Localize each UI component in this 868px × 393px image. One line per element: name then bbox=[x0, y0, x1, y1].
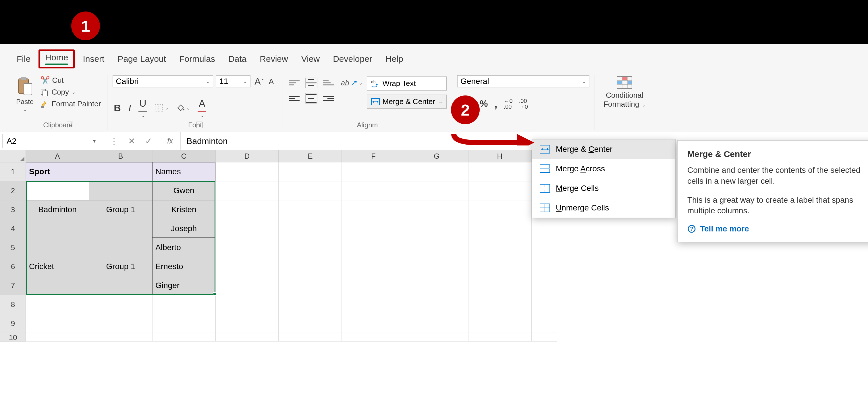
cell-G1[interactable] bbox=[405, 162, 468, 181]
borders-button[interactable]: ⌄ bbox=[153, 104, 170, 112]
enter-formula-button[interactable]: ✓ bbox=[145, 136, 152, 146]
align-top-button[interactable] bbox=[288, 78, 300, 88]
row-header-7[interactable]: 7 bbox=[0, 276, 26, 295]
col-header-A[interactable]: A bbox=[26, 150, 89, 162]
tab-page-layout[interactable]: Page Layout bbox=[112, 52, 171, 65]
italic-button[interactable]: I bbox=[127, 102, 132, 114]
cell-C5[interactable]: Alberto bbox=[152, 238, 215, 257]
cell-C4[interactable]: Joseph bbox=[152, 219, 215, 238]
row-header-4[interactable]: 4 bbox=[0, 219, 26, 238]
cell-B8[interactable] bbox=[89, 295, 152, 314]
cell-F4[interactable] bbox=[342, 219, 405, 238]
cell-H7[interactable] bbox=[468, 276, 531, 295]
cell-B10[interactable] bbox=[89, 333, 152, 341]
cell-E10[interactable] bbox=[279, 333, 342, 341]
cell-N10[interactable] bbox=[531, 333, 557, 341]
cell-E5[interactable] bbox=[279, 238, 342, 257]
cell-A8[interactable] bbox=[26, 295, 89, 314]
row-header-3[interactable]: 3 bbox=[0, 200, 26, 219]
cell-B6[interactable]: Group 1 bbox=[89, 257, 152, 276]
align-right-button[interactable] bbox=[322, 93, 335, 104]
row-header-5[interactable]: 5 bbox=[0, 238, 26, 257]
cell-D3[interactable] bbox=[215, 200, 279, 219]
copy-button[interactable]: Copy ⌄ bbox=[39, 87, 102, 97]
tab-file[interactable]: File bbox=[11, 52, 36, 65]
tab-developer[interactable]: Developer bbox=[328, 52, 377, 65]
menu-merge-center[interactable]: Merge & Center bbox=[532, 139, 675, 159]
fill-color-button[interactable]: ⌄ bbox=[175, 104, 191, 112]
cell-B2[interactable] bbox=[89, 181, 152, 200]
cell-E1[interactable] bbox=[279, 162, 342, 181]
cell-H9[interactable] bbox=[468, 314, 531, 333]
col-header-G[interactable]: G bbox=[405, 150, 468, 162]
cell-F9[interactable] bbox=[342, 314, 405, 333]
cell-N4[interactable] bbox=[531, 219, 557, 238]
tell-me-more-link[interactable]: ? Tell me more bbox=[687, 224, 868, 233]
tab-home[interactable]: Home bbox=[38, 50, 75, 68]
cell-H2[interactable] bbox=[468, 181, 531, 200]
orientation-button[interactable]: ab↗⌄ bbox=[340, 79, 363, 87]
align-center-button[interactable] bbox=[305, 93, 317, 104]
align-middle-button[interactable] bbox=[305, 78, 317, 88]
cell-G2[interactable] bbox=[405, 181, 468, 200]
paste-button[interactable]: Paste ⌄ bbox=[14, 75, 36, 114]
col-header-B[interactable]: B bbox=[89, 150, 152, 162]
cell-E6[interactable] bbox=[279, 257, 342, 276]
align-left-button[interactable] bbox=[288, 93, 300, 104]
dialog-launcher-icon[interactable]: ↘ bbox=[67, 121, 73, 128]
cell-D8[interactable] bbox=[215, 295, 279, 314]
row-header-10[interactable]: 10 bbox=[0, 333, 26, 341]
cell-C6[interactable]: Ernesto bbox=[152, 257, 215, 276]
col-header-D[interactable]: D bbox=[215, 150, 279, 162]
cell-G3[interactable] bbox=[405, 200, 468, 219]
cut-button[interactable]: ✂️ Cut bbox=[39, 75, 102, 85]
cell-C1[interactable]: Names bbox=[152, 162, 215, 181]
percent-button[interactable]: % bbox=[480, 98, 488, 109]
cell-E8[interactable] bbox=[279, 295, 342, 314]
cell-C3[interactable]: Kristen bbox=[152, 200, 215, 219]
cell-H10[interactable] bbox=[468, 333, 531, 341]
cell-F5[interactable] bbox=[342, 238, 405, 257]
cell-A1[interactable]: Sport bbox=[26, 162, 89, 181]
cell-F7[interactable] bbox=[342, 276, 405, 295]
tab-formulas[interactable]: Formulas bbox=[174, 52, 220, 65]
select-all-corner[interactable] bbox=[0, 150, 26, 162]
tab-review[interactable]: Review bbox=[254, 52, 293, 65]
menu-merge-across[interactable]: Merge Across bbox=[532, 159, 675, 178]
cell-G7[interactable] bbox=[405, 276, 468, 295]
row-header-9[interactable]: 9 bbox=[0, 314, 26, 333]
row-header-2[interactable]: 2 bbox=[0, 181, 26, 200]
font-size-select[interactable]: 11⌄ bbox=[216, 75, 250, 87]
cell-H3[interactable] bbox=[468, 200, 531, 219]
cancel-formula-button[interactable]: ✕ bbox=[128, 136, 135, 146]
cell-A7[interactable] bbox=[26, 276, 89, 295]
col-header-C[interactable]: C bbox=[152, 150, 215, 162]
tab-data[interactable]: Data bbox=[223, 52, 252, 65]
number-format-select[interactable]: General⌄ bbox=[457, 75, 589, 87]
cell-N9[interactable] bbox=[531, 314, 557, 333]
cell-D9[interactable] bbox=[215, 314, 279, 333]
cell-B7[interactable] bbox=[89, 276, 152, 295]
cell-G8[interactable] bbox=[405, 295, 468, 314]
cell-D7[interactable] bbox=[215, 276, 279, 295]
row-header-1[interactable]: 1 bbox=[0, 162, 26, 181]
menu-unmerge-cells[interactable]: Unmerge Cells bbox=[532, 198, 675, 218]
decrease-font-button[interactable]: Aˇ bbox=[268, 77, 277, 86]
cell-H4[interactable] bbox=[468, 219, 531, 238]
col-header-F[interactable]: F bbox=[342, 150, 405, 162]
tab-help[interactable]: Help bbox=[380, 52, 408, 65]
cell-C7[interactable]: Ginger bbox=[152, 276, 215, 295]
cell-F8[interactable] bbox=[342, 295, 405, 314]
cell-A6[interactable]: Cricket bbox=[26, 257, 89, 276]
decrease-decimal-button[interactable]: .00→0 bbox=[519, 98, 528, 110]
cell-D1[interactable] bbox=[215, 162, 279, 181]
cell-D4[interactable] bbox=[215, 219, 279, 238]
cell-C2[interactable]: Gwen bbox=[152, 181, 215, 200]
increase-decimal-button[interactable]: ←0.00 bbox=[504, 98, 513, 110]
cell-N5[interactable] bbox=[531, 238, 557, 257]
cell-C9[interactable] bbox=[152, 314, 215, 333]
cell-B3[interactable]: Group 1 bbox=[89, 200, 152, 219]
increase-font-button[interactable]: Aˆ bbox=[253, 76, 265, 87]
cell-E9[interactable] bbox=[279, 314, 342, 333]
cell-G5[interactable] bbox=[405, 238, 468, 257]
